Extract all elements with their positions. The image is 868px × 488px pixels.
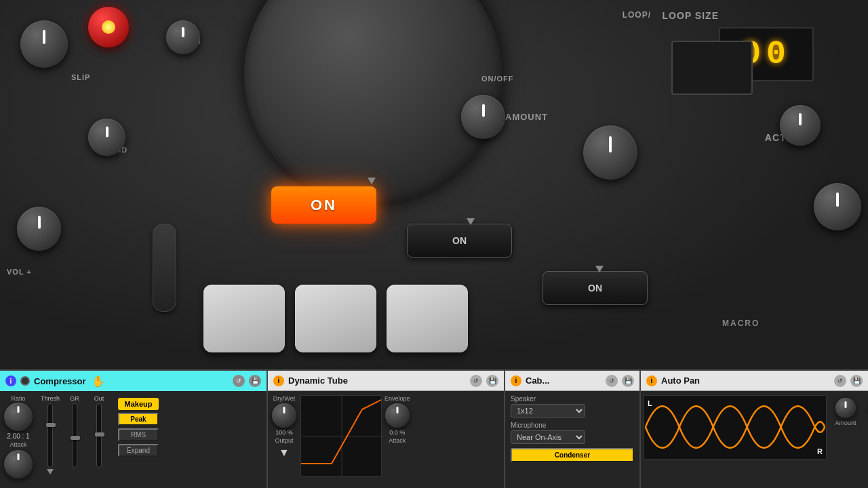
drywet-knob[interactable] bbox=[272, 403, 296, 428]
thresh-arrow[interactable] bbox=[47, 469, 54, 474]
thresh-label: Thresh bbox=[41, 395, 60, 402]
microphone-select[interactable]: Near On-Axis Near Off-Axis Far bbox=[511, 430, 585, 444]
dynamic-refresh-btn[interactable]: ↺ bbox=[470, 375, 482, 387]
on-off-label: ON/OFF bbox=[481, 75, 514, 83]
gr-label: GR bbox=[70, 395, 79, 402]
ratio-knob[interactable] bbox=[4, 403, 33, 431]
cab-content: Speaker 1x12 2x12 4x12 Microphone Near O… bbox=[505, 391, 639, 466]
fader-left[interactable] bbox=[153, 224, 176, 312]
ratio-section: Ratio 2.00 : 1 Attack bbox=[4, 395, 33, 479]
knob-low[interactable] bbox=[17, 207, 61, 251]
expand-button[interactable]: Expand bbox=[118, 444, 159, 457]
condenser-button[interactable]: Condenser bbox=[511, 448, 634, 462]
pad-button-3[interactable] bbox=[387, 285, 468, 352]
arrow-down-on1 bbox=[368, 178, 376, 184]
arrow-down-on3 bbox=[595, 266, 604, 272]
compressor-title: Compressor bbox=[34, 376, 86, 386]
loop-size-label: LOOP SIZE bbox=[663, 10, 719, 21]
peak-button[interactable]: Peak bbox=[118, 413, 159, 426]
compressor-controls: Ratio 2.00 : 1 Attack Thresh GR bbox=[0, 391, 267, 488]
sliders-section: Thresh GR Out bbox=[41, 395, 108, 488]
envelope-knob[interactable] bbox=[385, 403, 410, 428]
slip-label: SLIP bbox=[71, 73, 90, 81]
loop-on-off-box[interactable] bbox=[671, 41, 753, 95]
cab-save-btn[interactable]: 💾 bbox=[622, 375, 634, 387]
autopan-refresh-btn[interactable]: ↺ bbox=[834, 375, 846, 387]
comp-mode-buttons: Makeup Peak RMS Expand bbox=[118, 398, 159, 457]
compressor-hand-icon[interactable]: ✋ bbox=[92, 375, 105, 388]
speaker-label: Speaker bbox=[511, 395, 634, 403]
vol-plus-label: VOL + bbox=[7, 268, 32, 276]
on-button-main[interactable]: ON bbox=[271, 186, 376, 224]
envelope-label: Envelope bbox=[384, 395, 410, 402]
on-button-right2-label: ON bbox=[588, 283, 602, 293]
output-label: Output bbox=[275, 437, 293, 444]
cab-refresh-btn[interactable]: ↺ bbox=[606, 375, 618, 387]
knob-right-big[interactable] bbox=[583, 125, 637, 180]
out-label: Out bbox=[94, 395, 104, 402]
autopan-title: Auto Pan bbox=[661, 375, 700, 386]
drywet-value: 100 % bbox=[275, 429, 293, 436]
ratio-label: Ratio bbox=[11, 395, 25, 402]
knob-red-top[interactable] bbox=[88, 7, 129, 47]
makeup-button[interactable]: Makeup bbox=[118, 398, 159, 410]
thresh-col: Thresh bbox=[41, 395, 60, 474]
waveform-svg bbox=[644, 396, 826, 459]
microphone-label: Microphone bbox=[511, 422, 634, 429]
autopan-knobs: Amount Rate Phase Shape bbox=[832, 398, 868, 484]
dynamic-content: Dry/Wet 100 % Output ▼ Envelope bbox=[268, 391, 504, 488]
drywet-wrap: Dry/Wet 100 % Output ▼ bbox=[271, 395, 298, 484]
amount-label-ap: Amount bbox=[835, 420, 856, 426]
dynamic-save-btn[interactable]: 💾 bbox=[486, 375, 498, 387]
compressor-power[interactable] bbox=[20, 376, 30, 386]
compressor-refresh-btn[interactable]: ↺ bbox=[233, 375, 245, 387]
thresh-slider[interactable] bbox=[47, 403, 53, 468]
autopan-panel: i Auto Pan ↺ 💾 L R bbox=[641, 371, 868, 488]
compressor-save-btn[interactable]: 💾 bbox=[249, 375, 261, 387]
cab-header: i Cab... ↺ 💾 bbox=[505, 371, 639, 391]
amount-knob[interactable] bbox=[835, 398, 856, 418]
on-button-right1-label: ON bbox=[452, 235, 467, 246]
attack-knob-comp[interactable] bbox=[4, 450, 33, 479]
pad-button-2[interactable] bbox=[295, 285, 376, 352]
ratio-value: 2.00 : 1 bbox=[7, 432, 29, 441]
attack-label-dyn: Attack bbox=[389, 437, 406, 444]
speaker-select[interactable]: 1x12 2x12 4x12 bbox=[511, 404, 585, 418]
compressor-icon: i bbox=[5, 375, 16, 386]
knob-mid[interactable] bbox=[88, 119, 125, 156]
out-slider[interactable] bbox=[96, 403, 102, 468]
knob-top-right[interactable] bbox=[780, 105, 821, 146]
amount-wrap: Amount bbox=[832, 398, 859, 484]
cab-title: Cab... bbox=[526, 375, 549, 386]
autopan-icon: i bbox=[646, 375, 657, 386]
loop-slash-label: LOOP/ bbox=[623, 10, 651, 20]
gr-slider[interactable] bbox=[72, 403, 77, 468]
pad-button-1[interactable] bbox=[203, 285, 285, 352]
gr-col: GR bbox=[65, 395, 84, 468]
knob-amount[interactable] bbox=[461, 95, 505, 139]
autopan-content: L R Amount Rate bbox=[641, 391, 868, 488]
curve-svg bbox=[301, 396, 382, 476]
knob-high[interactable] bbox=[166, 20, 200, 54]
envelope-value: 0.0 % bbox=[389, 429, 405, 436]
dynamic-icon: i bbox=[273, 375, 284, 386]
microphone-section: Microphone Near On-Axis Near Off-Axis Fa… bbox=[511, 422, 634, 444]
attack-label-comp: Attack bbox=[9, 441, 26, 448]
envelope-section: Envelope 0.0 % Attack bbox=[384, 395, 410, 484]
knob-left-top[interactable] bbox=[20, 20, 68, 68]
autopan-save-btn[interactable]: 💾 bbox=[850, 375, 863, 387]
on-button-right2[interactable]: ON bbox=[542, 271, 648, 305]
dynamic-title: Dynamic Tube bbox=[288, 375, 348, 386]
dynamic-tube-panel: i Dynamic Tube ↺ 💾 Dry/Wet 100 % Output … bbox=[268, 371, 505, 488]
compressor-panel: i Compressor ✋ ↺ 💾 Ratio 2.00 : 1 Attack… bbox=[0, 371, 268, 488]
cab-panel: i Cab... ↺ 💾 Speaker 1x12 2x12 4x12 Micr… bbox=[505, 371, 641, 488]
autopan-header: i Auto Pan ↺ 💾 bbox=[641, 371, 868, 391]
rms-button[interactable]: RMS bbox=[118, 428, 159, 441]
amount-label: AMOUNT bbox=[505, 112, 548, 122]
output-arrow-down: ▼ bbox=[279, 447, 290, 459]
knob-far-right[interactable] bbox=[814, 183, 861, 230]
compressor-header: i Compressor ✋ ↺ 💾 bbox=[0, 371, 267, 391]
on-button-right1[interactable]: ON bbox=[407, 224, 512, 258]
controller-background: SLIP HIGH MID LOW VOL + ON ON ON PERFORM… bbox=[0, 0, 868, 369]
arrow-down-on2 bbox=[467, 218, 475, 225]
